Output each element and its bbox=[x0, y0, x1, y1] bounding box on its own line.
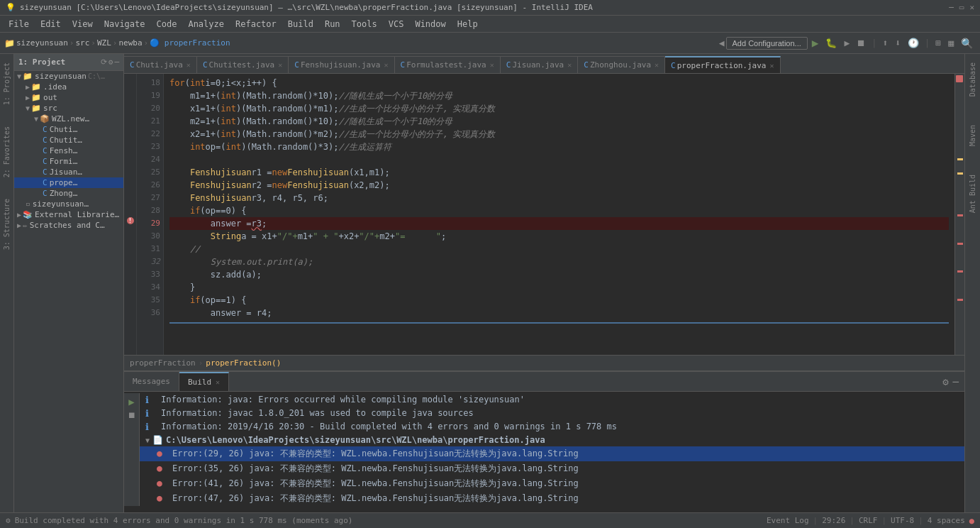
breadcrumb-src[interactable]: src bbox=[75, 38, 89, 48]
stop-icon[interactable]: ⏹ bbox=[128, 410, 136, 420]
breadcrumb-file[interactable]: 🔵 properFraction bbox=[150, 38, 230, 48]
minimize-btn[interactable]: ─ bbox=[949, 3, 954, 12]
run-btn[interactable]: ▶ bbox=[809, 36, 822, 50]
position-indicator[interactable]: 29:26 bbox=[822, 516, 845, 525]
tree-item-formi[interactable]: C Formi… bbox=[14, 156, 123, 167]
msg-error-text-2: Error:(35, 26) java: 不兼容的类型: WZL.newba.F… bbox=[172, 463, 579, 475]
tree-item-chutitest[interactable]: C Chutit… bbox=[14, 135, 123, 145]
tree-item-out[interactable]: ▶ 📁 out bbox=[14, 92, 123, 103]
java-icon-jisuan: C bbox=[43, 167, 48, 177]
menu-view[interactable]: View bbox=[67, 18, 99, 31]
coverage-btn[interactable]: ▶ bbox=[841, 38, 852, 48]
vcs-btn[interactable]: ⬇ bbox=[892, 38, 903, 48]
tree-item-src[interactable]: ▼ 📁 src bbox=[14, 103, 123, 114]
add-configuration-btn[interactable]: Add Configuration... bbox=[726, 37, 808, 50]
tab-build-close[interactable]: ✕ bbox=[216, 378, 220, 386]
favorites-tab-icon[interactable]: 2: Favorites bbox=[1, 123, 12, 180]
tree-item-module[interactable]: ▫ sizeyunsuan… bbox=[14, 199, 123, 209]
tab-chuti-close[interactable]: ✕ bbox=[186, 61, 191, 69]
ln-25: 25 bbox=[138, 166, 160, 179]
close-btn[interactable]: ✕ bbox=[969, 3, 974, 12]
split-btn[interactable]: ▦ bbox=[945, 38, 957, 48]
msg-error-3[interactable]: ● Error:(41, 26) java: 不兼容的类型: WZL.newba… bbox=[140, 476, 964, 491]
breadcrumb-wzl[interactable]: WZL bbox=[97, 38, 111, 48]
gutter-31 bbox=[124, 240, 136, 253]
sync-icon[interactable]: ⟳ bbox=[101, 57, 107, 67]
indent-indicator[interactable]: 4 spaces bbox=[928, 516, 965, 525]
tab-build[interactable]: Build ✕ bbox=[179, 372, 229, 391]
menu-tools[interactable]: Tools bbox=[346, 18, 383, 31]
menu-refactor[interactable]: Refactor bbox=[230, 18, 282, 31]
maximize-btn[interactable]: ▭ bbox=[959, 3, 964, 12]
tree-item-scratches[interactable]: ▶ ✏ Scratches and C… bbox=[14, 220, 123, 231]
msg-file-row[interactable]: ▼ 📄 C:\Users\Lenovo\IdeaProjects\sizeyun… bbox=[140, 434, 964, 446]
tree-item-jisuan[interactable]: C Jisuan… bbox=[14, 167, 123, 177]
menu-file[interactable]: File bbox=[3, 18, 35, 31]
menu-navigate[interactable]: Navigate bbox=[99, 18, 151, 31]
search-btn[interactable]: 🔍 bbox=[958, 38, 976, 49]
run-again-icon[interactable]: ▶ bbox=[128, 396, 134, 407]
hide-icon[interactable]: ─ bbox=[114, 57, 119, 67]
menu-edit[interactable]: Edit bbox=[35, 18, 67, 31]
tree-item-zhong[interactable]: C Zhong… bbox=[14, 188, 123, 199]
code-line-33: sz.add(a); bbox=[169, 268, 949, 281]
menu-help[interactable]: Help bbox=[452, 18, 484, 31]
expand-icon-out: ▶ bbox=[26, 94, 30, 101]
tab-jisuan[interactable]: C Jisuan.java ✕ bbox=[501, 56, 579, 73]
code-editor[interactable]: for(int i=0;i<x;i++) { m1=1+(int)(Math.r… bbox=[164, 74, 954, 355]
update-btn[interactable]: ⬆ bbox=[879, 38, 891, 48]
msg-error-4[interactable]: ● Error:(47, 26) java: 不兼容的类型: WZL.newba… bbox=[140, 491, 964, 506]
encoding-indicator[interactable]: UTF-8 bbox=[891, 516, 914, 525]
tab-zhonghou-close[interactable]: ✕ bbox=[655, 61, 659, 69]
tab-jisuan-close[interactable]: ✕ bbox=[567, 61, 572, 69]
settings-icon[interactable]: ⚙ bbox=[108, 57, 113, 67]
bottom-settings-icon[interactable]: ⚙ bbox=[942, 376, 948, 387]
menu-analyze[interactable]: Analyze bbox=[182, 18, 230, 31]
breadcrumb-root[interactable]: sizeyunsuan bbox=[16, 38, 68, 48]
folder-icon-src: 📁 bbox=[31, 104, 41, 113]
gutter-21 bbox=[124, 112, 136, 125]
menu-build[interactable]: Build bbox=[282, 18, 319, 31]
menu-run[interactable]: Run bbox=[319, 18, 346, 31]
profile-btn[interactable]: ⏹ bbox=[854, 38, 869, 48]
debug-btn[interactable]: 🐛 bbox=[823, 38, 840, 48]
history-btn[interactable]: 🕐 bbox=[905, 38, 922, 48]
structure-tab-icon[interactable]: 3: Structure bbox=[1, 196, 12, 253]
menu-vcs[interactable]: VCS bbox=[383, 18, 410, 31]
project-panel-header: 1: Project ⟳ ⚙ ─ bbox=[14, 54, 123, 71]
tab-chutitest[interactable]: C Chutitest.java ✕ bbox=[197, 56, 289, 73]
tree-item-extlibs[interactable]: ▶ 📚 External Librarie… bbox=[14, 209, 123, 220]
msg-error-2[interactable]: ● Error:(35, 26) java: 不兼容的类型: WZL.newba… bbox=[140, 461, 964, 476]
line-ending-indicator[interactable]: CRLF bbox=[859, 516, 878, 525]
menu-window[interactable]: Window bbox=[409, 18, 451, 31]
menu-code[interactable]: Code bbox=[151, 18, 183, 31]
tab-properFraction-close[interactable]: ✕ bbox=[770, 62, 774, 70]
tree-item-wzl[interactable]: ▼ 📦 WZL.new… bbox=[14, 114, 123, 124]
bottom-minimize-icon[interactable]: ─ bbox=[953, 376, 959, 387]
tab-formulastest[interactable]: C Formulastest.java ✕ bbox=[395, 56, 501, 73]
project-tab-icon[interactable]: 1: Project bbox=[1, 60, 12, 108]
tab-zhonghou[interactable]: C Zhonghou.java ✕ bbox=[578, 56, 665, 73]
tree-item-prope[interactable]: C prope… bbox=[14, 177, 123, 188]
expand-icon-file: ▼ bbox=[145, 436, 150, 444]
tree-item-fensh[interactable]: C Fensh… bbox=[14, 145, 123, 156]
right-tab-antbuild[interactable]: Ant Build bbox=[967, 169, 978, 219]
tab-chutitest-close[interactable]: ✕ bbox=[278, 61, 282, 69]
tab-fensh[interactable]: C Fenshujisuan.java ✕ bbox=[289, 56, 394, 73]
msg-error-1[interactable]: ● Error:(29, 26) java: 不兼容的类型: WZL.newba… bbox=[140, 446, 964, 461]
breadcrumb-newba[interactable]: newba bbox=[118, 38, 142, 48]
tab-fensh-close[interactable]: ✕ bbox=[384, 61, 388, 69]
event-log-btn[interactable]: Event Log bbox=[767, 516, 809, 525]
layout-btn[interactable]: ⊞ bbox=[932, 38, 944, 48]
tab-chuti[interactable]: C Chuti.java ✕ bbox=[124, 56, 197, 73]
back-btn[interactable]: ◀ bbox=[719, 38, 725, 48]
tree-item-idea[interactable]: ▶ 📁 .idea bbox=[14, 82, 123, 92]
settings-status-icon[interactable]: ⚙ bbox=[6, 516, 11, 525]
tab-properFraction[interactable]: C properFraction.java ✕ bbox=[665, 56, 781, 73]
tree-item-root[interactable]: ▼ 📁 sizeyunsuan C:\… bbox=[14, 71, 123, 82]
tree-item-chuti[interactable]: C Chuti… bbox=[14, 124, 123, 135]
right-tab-maven[interactable]: Maven bbox=[967, 119, 978, 152]
tab-formulastest-close[interactable]: ✕ bbox=[490, 61, 494, 69]
right-tab-database[interactable]: Database bbox=[967, 57, 978, 102]
tab-messages[interactable]: Messages bbox=[124, 372, 179, 391]
